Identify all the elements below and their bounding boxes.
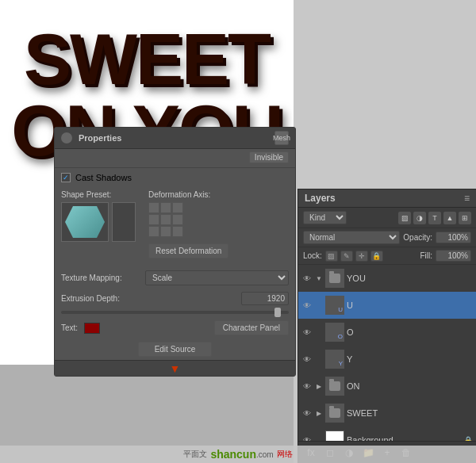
text-row: Text: Character Panel: [55, 317, 295, 339]
layer-name-y: Y: [347, 354, 473, 364]
shape-preset-col: Shape Preset:: [61, 190, 136, 258]
layer-eye-u[interactable]: 👁: [301, 300, 313, 311]
layer-thumb-y: Y: [325, 350, 344, 369]
layer-thumb-you: [325, 269, 344, 288]
deform-cell-7[interactable]: [148, 226, 159, 237]
lock-transparent-icon[interactable]: ▨: [325, 251, 338, 262]
blend-mode-select[interactable]: Normal: [303, 231, 400, 244]
layer-item-background[interactable]: 👁 Background 🔒: [298, 427, 476, 441]
slider-thumb[interactable]: [274, 308, 281, 317]
deform-cell-4[interactable]: [148, 214, 159, 225]
kind-smart-icon[interactable]: ⊞: [459, 212, 471, 224]
watermark-text: 平面文: [183, 449, 207, 460]
layer-item-on[interactable]: 👁 ▶ ON: [298, 373, 476, 400]
watermark-suffix: .com: [256, 450, 274, 459]
layer-eye-y[interactable]: 👁: [301, 354, 313, 365]
texture-mapping-select[interactable]: Scale: [145, 270, 289, 285]
deform-cell-9[interactable]: [172, 226, 183, 237]
reset-deformation-button[interactable]: Reset Deformation: [148, 243, 228, 258]
kind-adjust-icon[interactable]: ◑: [413, 212, 426, 224]
folder-icon-sweet: [329, 408, 340, 418]
layer-eye-on[interactable]: 👁: [301, 381, 313, 392]
lock-position-icon[interactable]: ✛: [355, 251, 368, 262]
watermark-site: shancun: [210, 448, 256, 461]
layer-expand-you[interactable]: ▼: [315, 274, 323, 282]
folder-icon-you: [329, 274, 340, 283]
kind-shape-icon[interactable]: ▲: [443, 212, 456, 224]
mesh-label: Mesh: [273, 134, 290, 142]
extrusion-depth-slider[interactable]: [61, 311, 289, 314]
lock-pixels-icon[interactable]: ✎: [340, 251, 353, 262]
layer-item-y[interactable]: 👁 Y Y: [298, 346, 476, 373]
deform-cell-6[interactable]: [172, 214, 183, 225]
layer-eye-background[interactable]: 👁: [301, 434, 313, 441]
shape-preview[interactable]: [61, 202, 109, 242]
deform-cell-8[interactable]: [160, 226, 171, 237]
layer-eye-you[interactable]: 👁: [301, 273, 313, 284]
shape-secondary-preview[interactable]: [112, 202, 136, 242]
deform-cell-3[interactable]: [172, 202, 183, 213]
watermark: 平面文 shancun .com 网络: [0, 446, 476, 463]
edit-source-button[interactable]: Edit Source: [138, 342, 213, 357]
layer-item-u[interactable]: 👁 U U: [298, 292, 476, 319]
deform-cell-1[interactable]: [148, 202, 159, 213]
panel-circle-icon: [61, 132, 72, 143]
kind-text-icon[interactable]: T: [428, 212, 441, 224]
section-body: Shape Preset: Deformation Axis:: [55, 186, 295, 268]
layer-item-o[interactable]: 👁 O O: [298, 319, 476, 346]
footer-arrow-icon: ▼: [170, 362, 181, 375]
layer-item-you[interactable]: 👁 ▼ YOU: [298, 265, 476, 292]
layer-expand-sweet[interactable]: ▶: [315, 409, 323, 417]
deformation-axis-label: Deformation Axis:: [148, 190, 228, 199]
layer-name-on: ON: [347, 381, 473, 391]
lock-all-icon[interactable]: 🔒: [370, 251, 383, 262]
sweet-text: SWEET: [24, 24, 270, 95]
text-label: Text:: [61, 323, 78, 332]
layer-name-sweet: SWEET: [347, 408, 473, 418]
layer-eye-o[interactable]: 👁: [301, 327, 313, 338]
texture-mapping-label: Texture Mapping:: [61, 274, 140, 282]
layer-name-u: U: [347, 300, 473, 310]
layer-name-o: O: [347, 327, 473, 337]
panel-header: Properties Mesh: [55, 128, 295, 149]
layer-thumb-sweet: [325, 404, 344, 423]
layer-item-sweet[interactable]: 👁 ▶ SWEET: [298, 400, 476, 427]
mesh-button[interactable]: Mesh: [274, 131, 289, 145]
text-color-swatch[interactable]: [84, 323, 100, 334]
extrusion-depth-input[interactable]: [241, 292, 289, 305]
lock-fill-row: Lock: ▨ ✎ ✛ 🔒 Fill:: [298, 247, 476, 265]
panel-footer: ▼: [55, 360, 295, 376]
layers-title: Layers: [305, 193, 336, 204]
edit-source-row: Edit Source: [55, 339, 295, 360]
opacity-input[interactable]: [436, 232, 471, 243]
deform-axis-col: Deformation Axis: Reset Deformation: [148, 190, 228, 258]
divider-1: [55, 167, 295, 168]
blend-opacity-row: Normal Opacity:: [298, 228, 476, 247]
layer-thumb-u: U: [325, 296, 344, 315]
shape-deform-row: Shape Preset: Deformation Axis:: [61, 190, 289, 258]
layer-name-background: Background: [347, 435, 461, 441]
layer-eye-sweet[interactable]: 👁: [301, 408, 313, 419]
deform-grid: [148, 202, 228, 237]
layer-name-you: YOU: [347, 274, 473, 283]
layer-expand-on[interactable]: ▶: [315, 382, 323, 390]
cast-shadows-checkbox[interactable]: [61, 173, 71, 182]
layers-kind-row: Kind ▨ ◑ T ▲ ⊞: [298, 208, 476, 228]
watermark-extra: 网络: [277, 449, 293, 460]
properties-panel: Properties Mesh Invisible Cast Shadows S…: [54, 127, 296, 377]
layers-header-icons: ≡: [464, 193, 470, 204]
kind-select[interactable]: Kind: [303, 211, 347, 224]
character-panel-button[interactable]: Character Panel: [214, 320, 289, 335]
fill-input[interactable]: [436, 250, 471, 262]
layer-thumb-background: [325, 430, 344, 441]
deform-cell-2[interactable]: [160, 202, 171, 213]
layers-menu-icon[interactable]: ≡: [464, 193, 470, 204]
extrusion-depth-row: Extrusion Depth:: [55, 289, 295, 308]
extrusion-depth-label: Extrusion Depth:: [61, 294, 140, 303]
invisible-button[interactable]: Invisible: [249, 151, 289, 163]
lock-icons: ▨ ✎ ✛ 🔒: [325, 251, 383, 262]
kind-pixel-icon[interactable]: ▨: [398, 212, 411, 224]
deform-cell-5[interactable]: [160, 214, 171, 225]
layers-panel: Layers ≡ Kind ▨ ◑ T ▲ ⊞ Normal Opacity: …: [298, 189, 476, 463]
shape-preset-label: Shape Preset:: [61, 190, 136, 199]
